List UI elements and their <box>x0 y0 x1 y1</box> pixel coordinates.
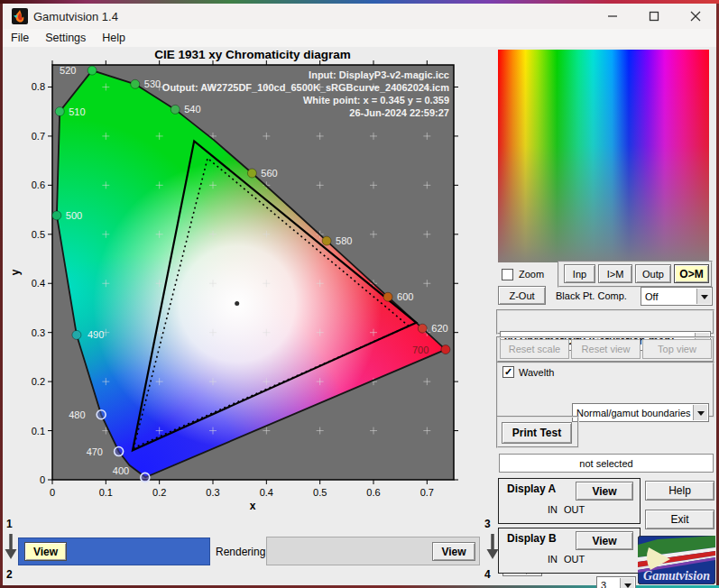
wavelth-checkbox-label: Wavelth <box>519 367 554 378</box>
reset-view-button[interactable]: Reset view <box>571 339 641 359</box>
chart-title: CIE 1931 xy Chromaticity diagram <box>154 48 351 61</box>
annotation-white-point: White point: x = 0.345 y = 0.359 <box>303 95 449 106</box>
svg-text:480: 480 <box>69 409 85 420</box>
gamutvision-logo: Gamutvision <box>638 536 715 584</box>
annotation-output: Output: AW2725DF_100cd_6500K_sRGBcurve_2… <box>162 82 449 93</box>
svg-text:510: 510 <box>69 106 85 117</box>
svg-text:0.6: 0.6 <box>32 179 45 190</box>
annotation-input: Input: DisplayP3-v2-magic.icc <box>309 69 449 80</box>
black-pt-comp-value: Off <box>645 291 658 302</box>
outp-button[interactable]: Outp <box>635 264 671 283</box>
svg-text:0: 0 <box>40 474 45 485</box>
i-to-m-button[interactable]: I>M <box>598 264 632 283</box>
logo-text: Gamutvision <box>643 569 710 583</box>
top-view-button[interactable]: Top view <box>642 339 712 359</box>
dropdown-arrow-icon[interactable] <box>693 405 707 420</box>
display-a-title: Display A <box>507 482 556 495</box>
view-output-button[interactable]: View <box>432 542 475 561</box>
svg-text:400: 400 <box>113 465 129 476</box>
svg-text:0.4: 0.4 <box>260 487 273 498</box>
svg-text:0.3: 0.3 <box>32 327 45 338</box>
wavelth-checkbox[interactable]: ✓ <box>502 366 514 378</box>
svg-text:0.7: 0.7 <box>420 487 434 498</box>
svg-text:700: 700 <box>412 345 429 355</box>
boundaries-value: Normal/gamut boundaries <box>576 408 691 418</box>
svg-text:520: 520 <box>60 65 76 76</box>
svg-text:0.2: 0.2 <box>32 376 45 387</box>
close-button[interactable] <box>675 4 716 29</box>
view-input-button[interactable]: View <box>24 542 67 561</box>
menu-help[interactable]: Help <box>94 30 134 46</box>
svg-text:560: 560 <box>261 168 277 179</box>
gamut-preview-image[interactable] <box>498 50 709 262</box>
svg-text:0.1: 0.1 <box>99 487 113 498</box>
dropdown-arrow-icon[interactable] <box>696 289 711 304</box>
display-b-inout-label: IN OUT <box>548 554 585 565</box>
display-a-inout-label: IN OUT <box>548 504 585 515</box>
svg-text:0.7: 0.7 <box>32 131 45 142</box>
svg-text:580: 580 <box>336 235 352 246</box>
svg-text:470: 470 <box>87 446 103 457</box>
svg-text:0.6: 0.6 <box>366 487 380 498</box>
help-button[interactable]: Help <box>645 481 714 501</box>
slot4-number: 4 <box>484 568 491 581</box>
selection-status: not selected <box>499 454 714 473</box>
display-a-out-dropdown[interactable]: 3 <box>596 576 636 588</box>
zoom-checkbox-label: Zoom <box>519 269 544 280</box>
svg-text:490: 490 <box>88 329 104 340</box>
flow-down-arrow-right-icon <box>485 532 500 561</box>
minimize-button[interactable] <box>592 4 633 29</box>
menu-settings[interactable]: Settings <box>37 30 94 46</box>
svg-text:620: 620 <box>431 323 447 334</box>
svg-text:600: 600 <box>397 291 413 302</box>
black-pt-comp-label: Black Pt. Comp. <box>556 290 627 301</box>
svg-text:0.4: 0.4 <box>32 278 45 289</box>
display-b-title: Display B <box>507 532 557 545</box>
x-axis-label: x <box>250 500 256 512</box>
title-bar: Gamutvision 1.4 <box>3 4 716 29</box>
annotation-datetime: 26-Jun-2024 22:59:27 <box>349 107 449 118</box>
svg-text:0.3: 0.3 <box>206 487 219 498</box>
display-a-out-value: 3 <box>601 580 606 588</box>
black-pt-comp-dropdown[interactable]: Off <box>641 287 713 306</box>
slot2-number: 2 <box>6 568 13 581</box>
svg-text:0: 0 <box>50 487 55 498</box>
svg-text:0.1: 0.1 <box>32 426 45 436</box>
svg-text:0.5: 0.5 <box>313 487 327 498</box>
app-icon <box>12 8 28 24</box>
svg-text:530: 530 <box>144 78 161 89</box>
inp-button[interactable]: Inp <box>564 264 595 283</box>
o-to-m-button[interactable]: O>M <box>674 264 709 283</box>
boundaries-dropdown[interactable]: Normal/gamut boundaries <box>572 403 709 422</box>
menu-bar: File Settings Help <box>3 29 716 47</box>
reset-scale-button[interactable]: Reset scale <box>500 339 569 359</box>
maximize-button[interactable] <box>633 4 675 29</box>
svg-text:0.5: 0.5 <box>32 229 45 240</box>
dropdown-arrow-icon[interactable] <box>620 578 634 588</box>
exit-button[interactable]: Exit <box>645 510 714 529</box>
menu-file[interactable]: File <box>3 30 37 46</box>
print-test-button[interactable]: Print Test <box>502 422 572 444</box>
flow-down-arrow-left-icon <box>4 532 18 561</box>
slot1-number: 1 <box>6 518 13 530</box>
svg-text:500: 500 <box>66 210 82 221</box>
y-axis-label: y <box>9 269 22 275</box>
chromaticity-plot[interactable]: CIE 1931 xy Chromaticity diagram 5205305… <box>7 45 499 514</box>
svg-text:0.2: 0.2 <box>152 487 166 498</box>
z-out-button[interactable]: Z-Out <box>498 286 546 305</box>
svg-text:540: 540 <box>184 104 200 115</box>
zoom-checkbox[interactable] <box>502 269 513 280</box>
rendering-label: Rendering <box>216 546 265 558</box>
display-a-view-button[interactable]: View <box>576 482 633 501</box>
svg-text:0.8: 0.8 <box>32 81 45 92</box>
slot3-number: 3 <box>484 518 491 530</box>
window-title: Gamutvision 1.4 <box>33 10 118 23</box>
display-b-view-button[interactable]: View <box>576 531 633 550</box>
